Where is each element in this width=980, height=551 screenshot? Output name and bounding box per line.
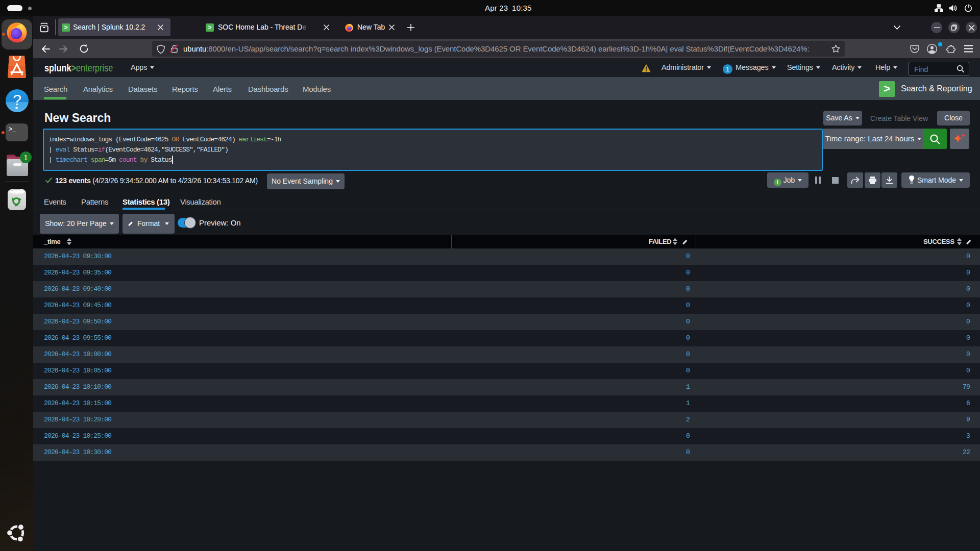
svg-text:?: ? — [13, 91, 21, 108]
